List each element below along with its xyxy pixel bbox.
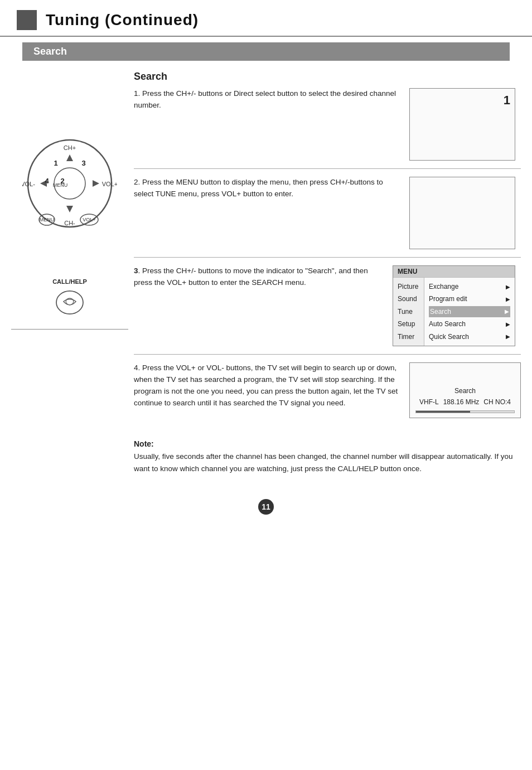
step-1-text: 1. Press the CH+/- buttons or Direct sel… <box>134 88 402 112</box>
main-content: CH+ VOL- MENU VOL+ CH- 1 2 3 4 MENU VOL+ <box>0 61 532 491</box>
svg-point-19 <box>56 291 83 314</box>
step-2-text: 2. Press the MENU button to display the … <box>134 177 402 200</box>
left-column: CH+ VOL- MENU VOL+ CH- 1 2 3 4 MENU VOL+ <box>11 66 128 486</box>
header-icon <box>17 10 37 30</box>
section-header: Search <box>22 42 510 61</box>
menu-item-quick-search: Quick Search▶ <box>429 331 510 342</box>
menu-item-program-edit: Program edit▶ <box>429 293 510 304</box>
step-1-screen: 1 <box>409 88 515 161</box>
step-3: 3. Press the CH+/- buttons to move the i… <box>134 265 521 355</box>
svg-text:VOL+: VOL+ <box>102 181 117 187</box>
search-prog-band: VHF-L <box>419 398 439 406</box>
page-number-container: 11 <box>0 499 532 515</box>
callhelp-section: CALL/HELP <box>52 256 87 318</box>
svg-text:CH-: CH- <box>64 220 75 226</box>
page-number: 11 <box>258 499 274 515</box>
step-2-screen <box>409 177 515 249</box>
note-text: Usually, five seconds after the channel … <box>134 451 521 474</box>
menu-left-sound: Sound <box>398 293 419 304</box>
menu-item-exchange: Exchange▶ <box>429 281 510 292</box>
search-progress-fill <box>416 411 470 413</box>
note-label: Note: <box>134 439 521 448</box>
svg-text:VOL-: VOL- <box>22 181 35 187</box>
search-prog-details: VHF-L 188.16 MHz CH NO:4 <box>415 398 515 406</box>
svg-marker-3 <box>66 154 73 161</box>
search-prog-freq: 188.16 MHz <box>443 398 480 406</box>
menu-box-inner: Picture Sound Tune Setup Timer Exchange▶ <box>393 278 515 346</box>
svg-text:MENU: MENU <box>40 217 55 222</box>
menu-left-tune: Tune <box>398 306 419 317</box>
steps-container: 1. Press the CH+/- buttons or Direct sel… <box>134 88 521 434</box>
note-section: Note: Usually, five seconds after the ch… <box>134 439 521 474</box>
step-1-number: 1 <box>504 93 510 108</box>
svg-marker-10 <box>66 206 73 212</box>
search-prog-label: Search <box>454 387 476 395</box>
svg-text:4: 4 <box>45 177 49 185</box>
callhelp-icon <box>53 287 86 318</box>
search-prog-box: Search VHF-L 188.16 MHz CH NO:4 <box>409 362 521 418</box>
svg-marker-8 <box>93 180 99 187</box>
callhelp-label: CALL/HELP <box>52 278 87 285</box>
step-2-visual <box>409 177 521 249</box>
remote-diagram: CH+ VOL- MENU VOL+ CH- 1 2 3 4 MENU VOL+ <box>22 133 117 239</box>
svg-text:VOL+: VOL+ <box>83 217 95 222</box>
step-4-visual: Search VHF-L 188.16 MHz CH NO:4 <box>409 362 521 418</box>
page-title: Tuning (Continued) <box>46 11 199 29</box>
step-1-visual: 1 <box>409 88 521 161</box>
page-header: Tuning (Continued) <box>0 0 532 37</box>
left-col-divider <box>11 329 128 330</box>
menu-item-auto-search: Auto Search▶ <box>429 318 510 330</box>
right-column: Search 1. Press the CH+/- buttons or Dir… <box>128 66 521 486</box>
svg-text:3: 3 <box>81 159 85 167</box>
menu-box: MENU Picture Sound Tune Setup Timer <box>393 265 515 346</box>
search-prog-info: Search <box>415 387 515 395</box>
search-prog-ch: CH NO:4 <box>483 398 511 406</box>
svg-text:1: 1 <box>54 159 57 167</box>
subsection-title: Search <box>134 71 521 83</box>
search-progress-bar <box>415 410 515 413</box>
menu-left-col: Picture Sound Tune Setup Timer <box>393 278 424 346</box>
menu-left-setup: Setup <box>398 318 419 330</box>
svg-text:CH+: CH+ <box>64 144 76 151</box>
menu-header: MENU <box>393 266 515 278</box>
menu-right-col: Exchange▶ Program edit▶ Search▶ Auto Sea… <box>424 278 515 346</box>
svg-text:2: 2 <box>60 177 64 185</box>
menu-left-timer: Timer <box>398 331 419 342</box>
step-1: 1. Press the CH+/- buttons or Direct sel… <box>134 88 521 169</box>
step-4-text: 4. Press the VOL+ or VOL- buttons, the T… <box>134 362 402 409</box>
menu-left-picture: Picture <box>398 281 419 292</box>
step-3-text: 3. Press the CH+/- buttons to move the i… <box>134 265 385 289</box>
step-4: 4. Press the VOL+ or VOL- buttons, the T… <box>134 362 521 426</box>
step-2: 2. Press the MENU button to display the … <box>134 177 521 258</box>
menu-item-search: Search▶ <box>429 306 510 317</box>
step-3-visual: MENU Picture Sound Tune Setup Timer <box>393 265 521 346</box>
